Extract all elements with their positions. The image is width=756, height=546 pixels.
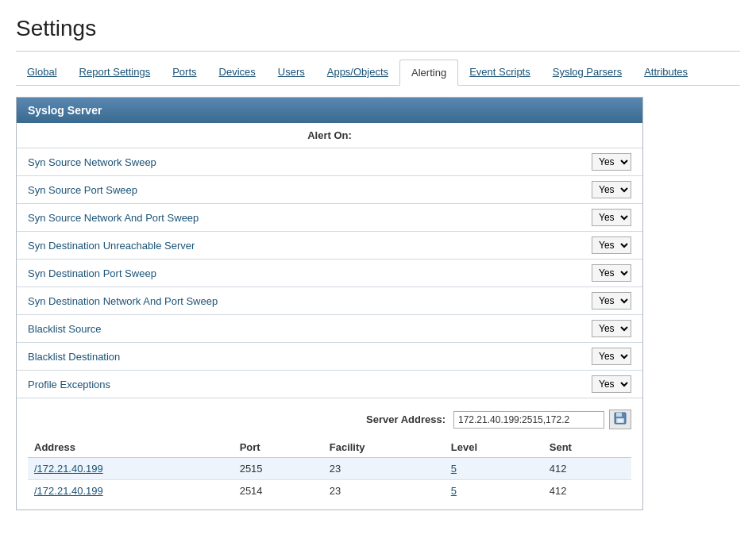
table-cell[interactable]: /172.21.40.199 (28, 458, 233, 480)
tab-global[interactable]: Global (16, 60, 68, 85)
syslog-server-section: Syslog Server Alert On: Syn Source Netwo… (16, 97, 643, 510)
alert-row: Blacklist DestinationYesNo (17, 343, 642, 371)
table-cell: 23 (323, 458, 445, 480)
alert-row: Blacklist SourceYesNo (17, 315, 642, 343)
alert-row-select[interactable]: YesNo (592, 320, 631, 337)
tab-alerting[interactable]: Alerting (399, 60, 458, 86)
save-icon (614, 412, 627, 425)
alert-row-label: Profile Exceptions (28, 379, 110, 390)
alert-row: Syn Destination Unreachable ServerYesNo (17, 232, 642, 260)
table-cell[interactable]: 5 (445, 458, 543, 480)
alert-on-header: Alert On: (17, 123, 642, 148)
address-table: AddressPortFacilityLevelSent /172.21.40.… (28, 437, 631, 502)
page-container: Settings GlobalReport SettingsPortsDevic… (0, 0, 756, 518)
table-col-header: Address (28, 437, 233, 458)
table-cell[interactable]: /172.21.40.199 (28, 480, 233, 502)
table-cell: 2514 (233, 480, 323, 502)
svg-rect-3 (618, 419, 623, 422)
alert-row-label: Syn Destination Unreachable Server (28, 240, 195, 252)
alert-row-select[interactable]: YesNo (592, 348, 631, 365)
alert-row-select[interactable]: YesNo (592, 264, 631, 282)
alert-row: Syn Destination Network And Port SweepYe… (17, 287, 642, 315)
tab-users[interactable]: Users (267, 60, 316, 85)
table-header: AddressPortFacilityLevelSent (28, 437, 631, 458)
alert-row: Profile ExceptionsYesNo (17, 371, 642, 398)
alert-row-label: Syn Destination Network And Port Sweep (28, 295, 218, 307)
table-cell: 412 (543, 458, 631, 480)
tab-attributes[interactable]: Attributes (633, 60, 699, 85)
page-title: Settings (16, 8, 740, 52)
tabs-bar: GlobalReport SettingsPortsDevicesUsersAp… (16, 60, 740, 86)
alert-row-label: Blacklist Source (28, 323, 101, 335)
server-address-input[interactable] (453, 411, 604, 429)
table-row: /172.21.40.1992514235412 (28, 480, 631, 502)
save-address-button[interactable] (609, 410, 631, 429)
alert-row: Syn Source Port SweepYesNo (17, 176, 642, 204)
tab-apps-objects[interactable]: Apps/Objects (316, 60, 399, 85)
alert-row-label: Syn Source Network And Port Sweep (28, 212, 199, 224)
table-cell: 412 (543, 480, 631, 502)
tab-ports[interactable]: Ports (161, 60, 207, 85)
alert-row: Syn Destination Port SweepYesNo (17, 260, 642, 287)
alert-row-select[interactable]: YesNo (592, 209, 631, 226)
alert-row-select[interactable]: YesNo (592, 153, 631, 171)
alert-rows-container: Syn Source Network SweepYesNoSyn Source … (17, 148, 642, 398)
alert-row-label: Blacklist Destination (28, 351, 120, 363)
alert-row-select[interactable]: YesNo (592, 292, 631, 310)
table-body: /172.21.40.1992515235412/172.21.40.19925… (28, 458, 631, 502)
svg-rect-1 (616, 413, 622, 417)
alert-row-label: Syn Destination Port Sweep (28, 267, 156, 279)
tab-event-scripts[interactable]: Event Scripts (458, 60, 542, 85)
table-cell[interactable]: 5 (445, 480, 543, 502)
table-col-header: Facility (323, 437, 445, 458)
alert-row: Syn Source Network And Port SweepYesNo (17, 204, 642, 232)
tab-syslog-parsers[interactable]: Syslog Parsers (542, 60, 633, 85)
tab-report-settings[interactable]: Report Settings (68, 60, 162, 85)
alert-row-select[interactable]: YesNo (592, 375, 631, 393)
table-cell: 2515 (233, 458, 323, 480)
table-col-header: Port (233, 437, 323, 458)
table-section: AddressPortFacilityLevelSent /172.21.40.… (17, 437, 642, 509)
alert-row-select[interactable]: YesNo (592, 181, 631, 198)
server-address-row: Server Address: (17, 398, 642, 437)
tab-devices[interactable]: Devices (208, 60, 267, 85)
section-header: Syslog Server (17, 98, 642, 123)
server-address-label: Server Address: (366, 413, 446, 425)
table-cell: 23 (323, 480, 445, 502)
table-col-header: Level (445, 437, 543, 458)
table-col-header: Sent (543, 437, 631, 458)
alert-row: Syn Source Network SweepYesNo (17, 148, 642, 176)
alert-row-label: Syn Source Network Sweep (28, 156, 156, 168)
alert-row-select[interactable]: YesNo (592, 236, 631, 254)
alert-row-label: Syn Source Port Sweep (28, 184, 137, 196)
table-row: /172.21.40.1992515235412 (28, 458, 631, 480)
